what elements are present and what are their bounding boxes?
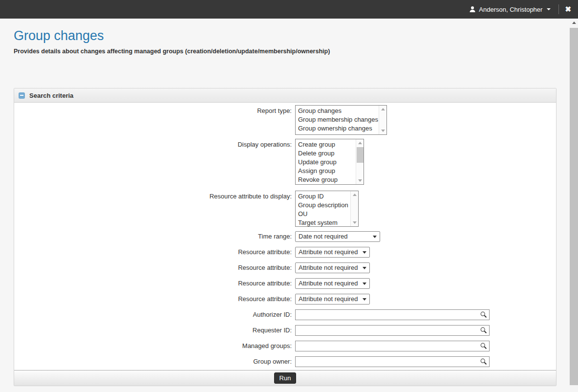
managed-groups-label: Managed groups: <box>14 341 292 351</box>
list-option[interactable]: Group ownership changes <box>296 124 386 133</box>
requester-id-row: Requester ID: <box>14 325 556 336</box>
listbox-scrollbar[interactable] <box>350 191 358 226</box>
scroll-down-icon[interactable] <box>358 179 362 182</box>
resource-attribute-value: Attribute not required <box>299 280 358 287</box>
page-title: Group changes <box>14 28 104 44</box>
list-option[interactable]: Group membership changes <box>296 115 386 124</box>
dropdown-arrow-icon <box>363 251 366 254</box>
list-option[interactable]: Assign group <box>296 167 364 175</box>
search-icon[interactable] <box>480 343 487 349</box>
scroll-up-icon[interactable] <box>572 22 576 24</box>
resource-attribute-row-1: Resource attribute: Attribute not requir… <box>14 247 556 258</box>
scroll-up-icon[interactable] <box>353 194 357 196</box>
time-range-row: Time range: Date not required <box>14 231 556 242</box>
display-operations-listbox[interactable]: Create groupDelete groupUpdate groupAssi… <box>295 139 364 185</box>
authorizer-id-input[interactable] <box>295 309 490 320</box>
resource-attribute-row-4: Resource attribute: Attribute not requir… <box>14 294 556 305</box>
page-subtitle: Provides details about changes affecting… <box>14 48 330 55</box>
page-scrollbar[interactable] <box>570 19 578 392</box>
user-menu[interactable]: Anderson, Christopher <box>467 0 553 19</box>
scroll-up-icon[interactable] <box>358 142 362 144</box>
display-operations-label: Display operations: <box>14 139 292 185</box>
scroll-up-icon[interactable] <box>381 108 385 110</box>
resource-attribute-select-2[interactable]: Attribute not required <box>295 262 370 273</box>
resource-attribute-display-listbox[interactable]: Group IDGroup descriptionOUTarget system <box>295 191 359 227</box>
group-owner-label: Group owner: <box>14 356 292 367</box>
scrollbar-thumb[interactable] <box>570 28 578 385</box>
report-type-row: Report type: Group changesGroup membersh… <box>14 105 556 135</box>
listbox-scrollbar[interactable] <box>356 139 364 184</box>
topbar-separator <box>558 4 559 14</box>
scroll-down-icon[interactable] <box>353 221 357 224</box>
authorizer-id-label: Authorizer ID: <box>14 309 292 320</box>
panel-footer: Run <box>14 370 556 386</box>
managed-groups-row: Managed groups: <box>14 341 556 351</box>
resource-attribute-value: Attribute not required <box>299 248 358 256</box>
time-range-label: Time range: <box>14 231 292 242</box>
resource-attribute-value: Attribute not required <box>299 295 358 303</box>
resource-attribute-label: Resource attribute: <box>14 247 292 258</box>
search-criteria-panel: Search criteria Report type: Group chang… <box>14 88 557 386</box>
list-option[interactable]: Create group <box>296 140 364 149</box>
list-option[interactable]: Update group <box>296 158 364 167</box>
resource-attribute-row-2: Resource attribute: Attribute not requir… <box>14 262 556 273</box>
requester-id-input[interactable] <box>295 325 490 336</box>
resource-attribute-label: Resource attribute: <box>14 294 292 305</box>
list-option[interactable]: Group changes <box>296 107 386 115</box>
search-criteria-title: Search criteria <box>29 92 73 99</box>
chevron-down-icon <box>547 8 551 10</box>
resource-attribute-select-4[interactable]: Attribute not required <box>295 294 370 305</box>
resource-attribute-label: Resource attribute: <box>14 278 292 289</box>
scrollbar-thumb[interactable] <box>357 147 364 163</box>
managed-groups-input[interactable] <box>295 341 490 351</box>
search-criteria-body: Report type: Group changesGroup membersh… <box>14 103 556 370</box>
list-option[interactable]: OU <box>296 210 358 218</box>
resource-attribute-select-1[interactable]: Attribute not required <box>295 247 370 258</box>
close-icon[interactable]: ✖ <box>565 0 571 19</box>
topbar: Anderson, Christopher ✖ <box>0 0 578 19</box>
page: { "colors": { "topbar_bg": "#383838", "t… <box>0 0 578 392</box>
dropdown-arrow-icon <box>363 267 366 269</box>
requester-id-label: Requester ID: <box>14 325 292 336</box>
list-option[interactable]: Revoke group <box>296 175 364 184</box>
list-option[interactable]: Group ID <box>296 192 358 201</box>
resource-attribute-row-3: Resource attribute: Attribute not requir… <box>14 278 556 289</box>
group-owner-input[interactable] <box>295 356 490 367</box>
resource-attribute-display-label: Resource attribute to display: <box>14 191 292 227</box>
search-criteria-header[interactable]: Search criteria <box>14 88 556 103</box>
time-range-select[interactable]: Date not required <box>295 231 380 242</box>
user-icon <box>469 6 476 13</box>
list-option[interactable]: Group description <box>296 201 358 210</box>
collapse-icon[interactable] <box>19 92 25 99</box>
list-option[interactable]: Target system <box>296 218 358 227</box>
search-icon[interactable] <box>480 327 487 334</box>
scroll-down-icon[interactable] <box>381 130 385 132</box>
resource-attribute-display-row: Resource attribute to display: Group IDG… <box>14 191 556 227</box>
authorizer-id-row: Authorizer ID: <box>14 309 556 320</box>
list-option[interactable]: Delete group <box>296 149 364 158</box>
dropdown-arrow-icon <box>363 283 366 285</box>
time-range-value: Date not required <box>299 233 347 240</box>
search-icon[interactable] <box>480 358 487 365</box>
dropdown-arrow-icon <box>373 236 377 238</box>
resource-attribute-select-3[interactable]: Attribute not required <box>295 278 370 289</box>
dropdown-arrow-icon <box>363 298 366 301</box>
search-icon[interactable] <box>480 311 487 318</box>
listbox-scrollbar[interactable] <box>379 106 386 134</box>
resource-attribute-value: Attribute not required <box>299 264 358 271</box>
resource-attribute-label: Resource attribute: <box>14 262 292 273</box>
report-type-label: Report type: <box>14 105 292 135</box>
display-operations-row: Display operations: Create groupDelete g… <box>14 139 556 185</box>
run-button[interactable]: Run <box>274 372 297 384</box>
group-owner-row: Group owner: <box>14 356 556 367</box>
user-name: Anderson, Christopher <box>479 6 542 13</box>
report-type-listbox[interactable]: Group changesGroup membership changesGro… <box>295 105 387 135</box>
